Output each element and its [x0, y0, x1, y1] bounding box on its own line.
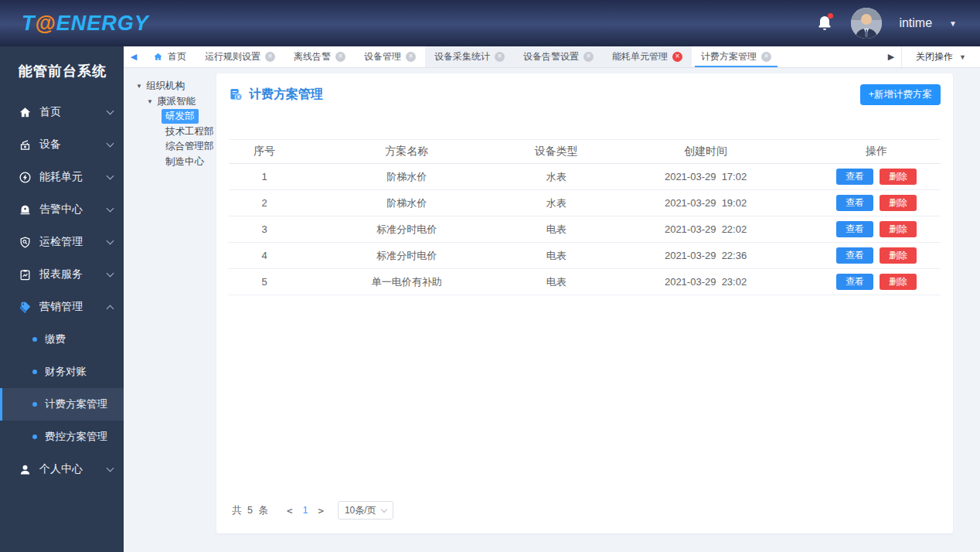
chevron-down-icon — [107, 172, 114, 180]
bullet-icon — [32, 370, 37, 374]
cell-no: 4 — [229, 243, 300, 269]
delete-button[interactable]: 删除 — [880, 247, 917, 264]
page-title: ¥ 计费方案管理 — [229, 87, 323, 103]
sidebar-subitem-billing-plan[interactable]: 计费方案管理 — [0, 388, 124, 421]
table-row: 5 单一电价有补助 电表 2021-03-29 23:02 查看 删除 — [229, 269, 941, 295]
sidebar-item-personal-center[interactable]: 个人中心 — [0, 453, 124, 486]
tab-home[interactable]: 首页 — [144, 46, 196, 67]
tab-label: 能耗单元管理 — [612, 50, 668, 63]
billing-plan-table: 序号 方案名称 设备类型 创建时间 操作 1 阶梯水价 水表 — [229, 139, 941, 295]
tab-device-collect-stats[interactable]: 设备采集统计 × — [425, 46, 514, 67]
close-icon-red[interactable]: × — [672, 52, 682, 62]
view-button[interactable]: 查看 — [836, 169, 873, 185]
delete-button[interactable]: 删除 — [880, 195, 917, 211]
alarm-icon — [19, 203, 32, 216]
sidebar-item-energy-units[interactable]: 能耗单元 — [0, 161, 124, 193]
delete-button[interactable]: 删除 — [880, 221, 917, 237]
cell-device-type: 电表 — [513, 243, 599, 269]
tree-node-root[interactable]: ▼ 组织机构 — [136, 78, 216, 94]
sidebar-item-home[interactable]: 首页 — [0, 96, 124, 128]
cell-no: 1 — [229, 164, 300, 190]
view-button[interactable]: 查看 — [836, 247, 873, 264]
sidebar-item-devices[interactable]: 设备 — [0, 128, 124, 161]
view-button[interactable]: 查看 — [836, 221, 873, 237]
view-button[interactable]: 查看 — [836, 195, 873, 211]
tree-node-tech-dept[interactable]: 技术工程部 — [136, 124, 216, 140]
sidebar-subitem-payment[interactable]: 缴费 — [0, 323, 124, 356]
billing-plan-card: ¥ 计费方案管理 +新增计费方案 序号 方案名称 — [216, 73, 953, 533]
home-icon — [19, 106, 32, 119]
tab-run-rules[interactable]: 运行规则设置 × — [196, 46, 284, 67]
add-billing-plan-button[interactable]: +新增计费方案 — [860, 84, 941, 105]
pagination-next-icon[interactable]: > — [315, 505, 327, 516]
tree-node-general-dept[interactable]: 综合管理部 — [136, 139, 216, 155]
billing-doc-icon: ¥ — [229, 87, 243, 102]
sidebar-item-reports[interactable]: 报表服务 — [0, 258, 124, 291]
tree-node-manufacturing-center[interactable]: 制造中心 — [136, 155, 216, 170]
tab-offline-alarm[interactable]: 离线告警 × — [284, 46, 355, 67]
close-icon[interactable]: × — [761, 52, 771, 62]
table-row: 4 标准分时电价 电表 2021-03-29 22:36 查看 删除 — [229, 243, 941, 269]
tree-node-label-selected[interactable]: 研发部 — [162, 109, 199, 124]
device-icon — [19, 138, 32, 152]
tab-label: 设备管理 — [364, 50, 401, 63]
tree-node-rd-dept[interactable]: 研发部 — [136, 109, 216, 124]
cell-created-time: 2021-03-29 22:02 — [599, 216, 812, 243]
chevron-down-icon — [380, 506, 386, 512]
pagination-prev-icon[interactable]: < — [284, 505, 296, 516]
sidebar-item-inspection[interactable]: 运检管理 — [0, 226, 124, 258]
notification-bell-icon[interactable] — [815, 14, 834, 32]
close-icon[interactable]: × — [406, 52, 416, 62]
table-row: 2 阶梯水价 水表 2021-03-29 19:02 查看 删除 — [229, 190, 941, 216]
sidebar-subitem-label: 费控方案管理 — [45, 430, 107, 444]
sidebar-subitem-fee-control-plan[interactable]: 费控方案管理 — [0, 421, 124, 453]
sidebar: 能管前台系统 首页 设备 能耗单元 告警中心 — [0, 46, 124, 552]
tab-device-alarm-settings[interactable]: 设备告警设置 × — [514, 46, 603, 67]
tree-node-label[interactable]: 技术工程部 — [162, 124, 218, 139]
tab-energy-unit-mgmt[interactable]: 能耗单元管理 × — [603, 46, 692, 67]
close-operations-dropdown[interactable]: 关闭操作 ▼ — [901, 46, 980, 67]
sidebar-item-label: 报表服务 — [39, 267, 107, 281]
page-size-select[interactable]: 10条/页 — [338, 501, 393, 520]
close-icon[interactable]: × — [584, 52, 594, 62]
tree-node-company[interactable]: ▼ 康派智能 — [136, 94, 216, 109]
cell-created-time: 2021-03-29 19:02 — [599, 190, 812, 216]
user-menu-caret-icon[interactable]: ▼ — [949, 19, 957, 28]
tabs-scroll-left-icon[interactable]: ◀ — [124, 46, 144, 67]
tree-expand-icon[interactable]: ▼ — [147, 98, 153, 105]
sidebar-item-label: 营销管理 — [39, 300, 107, 314]
close-icon[interactable]: × — [265, 52, 275, 62]
bullet-icon — [32, 402, 37, 407]
tree-node-label[interactable]: 综合管理部 — [162, 139, 218, 154]
tabs-scroll-right-icon[interactable]: ▶ — [881, 46, 901, 67]
view-button[interactable]: 查看 — [836, 274, 873, 290]
col-header-created-time: 创建时间 — [599, 140, 812, 164]
content-area: ▼ 组织机构 ▼ 康派智能 研发部 技术工程部 综合管理部 制造中心 — [124, 68, 980, 552]
pagination-total: 共 5 条 — [232, 504, 270, 517]
tab-label: 首页 — [168, 50, 186, 63]
cell-device-type: 电表 — [513, 269, 599, 295]
table-row: 3 标准分时电价 电表 2021-03-29 22:02 查看 删除 — [229, 216, 941, 243]
logo-t: T — [22, 12, 36, 35]
close-icon[interactable]: × — [495, 52, 505, 62]
delete-button[interactable]: 删除 — [880, 274, 917, 290]
tab-device-mgmt[interactable]: 设备管理 × — [355, 46, 425, 67]
user-avatar[interactable] — [851, 8, 882, 39]
sidebar-item-marketing[interactable]: 营销管理 — [0, 291, 124, 323]
tree-expand-icon[interactable]: ▼ — [136, 83, 142, 90]
tree-node-label: 康派智能 — [157, 95, 196, 108]
col-header-device-type: 设备类型 — [513, 140, 599, 164]
close-icon[interactable]: × — [335, 52, 345, 62]
sidebar-item-label: 能耗单元 — [39, 170, 107, 184]
pagination-page-1[interactable]: 1 — [300, 505, 310, 516]
sidebar-item-alarm-center[interactable]: 告警中心 — [0, 193, 124, 226]
sidebar-item-label: 告警中心 — [39, 203, 107, 216]
app-logo: T@ENERGY — [22, 12, 149, 36]
sidebar-subitem-finance-reconciliation[interactable]: 财务对账 — [0, 356, 124, 388]
tree-node-label[interactable]: 制造中心 — [162, 155, 208, 169]
tab-label: 计费方案管理 — [701, 50, 757, 63]
tab-billing-plan-mgmt[interactable]: 计费方案管理 × — [692, 46, 781, 67]
page-title-text: 计费方案管理 — [249, 87, 323, 103]
cell-no: 5 — [229, 269, 300, 295]
delete-button[interactable]: 删除 — [880, 169, 917, 185]
